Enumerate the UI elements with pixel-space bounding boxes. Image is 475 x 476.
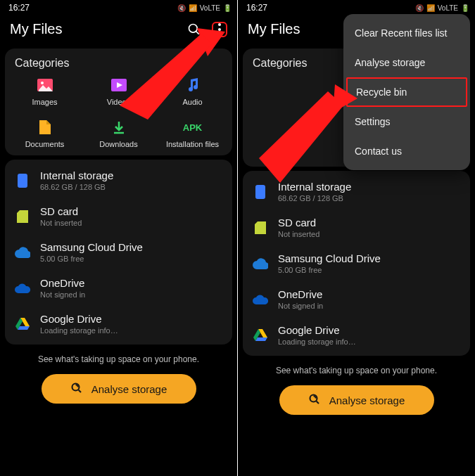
storage-samsung-cloud[interactable]: Samsung Cloud Drive5.00 GB free bbox=[5, 234, 232, 270]
storage-samsung-cloud[interactable]: Samsung Cloud Drive5.00 GB free bbox=[243, 245, 470, 281]
footer-tip: See what's taking up space on your phone… bbox=[0, 354, 237, 364]
apk-icon: APK bbox=[184, 119, 201, 136]
download-icon bbox=[110, 119, 127, 136]
category-apk[interactable]: APK Installation files bbox=[156, 119, 229, 148]
storage-onedrive[interactable]: OneDriveNot signed in bbox=[243, 281, 470, 317]
category-audio[interactable]: Audio bbox=[156, 77, 229, 106]
status-icons: 🔇📶VoLTE🔋 bbox=[415, 4, 469, 12]
svg-line-1 bbox=[196, 31, 199, 34]
category-videos[interactable]: Videos bbox=[82, 77, 156, 106]
phone-icon bbox=[15, 173, 30, 188]
search-button[interactable] bbox=[186, 22, 202, 37]
status-bar: 16:27 🔇📶VoLTE🔋 bbox=[238, 0, 475, 15]
storage-internal[interactable]: Internal storage68.62 GB / 128 GB bbox=[243, 174, 470, 210]
document-icon bbox=[37, 119, 53, 136]
video-icon bbox=[110, 77, 127, 94]
app-header: My Files bbox=[0, 15, 237, 44]
categories-title: Categories bbox=[8, 57, 229, 77]
onedrive-icon bbox=[15, 281, 30, 296]
svg-point-0 bbox=[189, 24, 198, 32]
category-images[interactable]: Images bbox=[8, 77, 82, 106]
category-downloads[interactable]: Downloads bbox=[82, 119, 156, 148]
storage-sdcard[interactable]: SD cardNot inserted bbox=[5, 198, 232, 234]
page-title: My Files bbox=[10, 21, 186, 37]
footer-tip: See what's taking up space on your phone… bbox=[238, 366, 475, 375]
storage-card: Internal storage68.62 GB / 128 GB SD car… bbox=[243, 171, 470, 356]
storage-google-drive[interactable]: Google DriveLoading storage info… bbox=[5, 306, 232, 342]
menu-contact-us[interactable]: Contact us bbox=[343, 136, 470, 166]
overflow-menu: Clear Recent files list Analyse storage … bbox=[343, 14, 470, 170]
menu-recycle-bin[interactable]: Recycle bin bbox=[346, 77, 467, 107]
phone-icon bbox=[253, 184, 268, 200]
svg-point-4 bbox=[218, 33, 221, 36]
svg-point-3 bbox=[218, 28, 221, 31]
svg-rect-8 bbox=[18, 174, 27, 188]
category-documents[interactable]: Documents bbox=[8, 119, 82, 148]
samsung-cloud-icon bbox=[253, 256, 268, 271]
storage-card: Internal storage68.62 GB / 128 GB SD car… bbox=[5, 160, 232, 345]
menu-settings[interactable]: Settings bbox=[343, 107, 470, 136]
menu-clear-recent[interactable]: Clear Recent files list bbox=[343, 18, 470, 48]
status-bar: 16:27 🔇📶VoLTE🔋 bbox=[0, 0, 237, 15]
analyse-icon bbox=[70, 382, 84, 396]
samsung-cloud-icon bbox=[15, 245, 30, 260]
storage-sdcard[interactable]: SD cardNot inserted bbox=[243, 210, 470, 245]
svg-line-15 bbox=[316, 401, 318, 404]
menu-analyse-storage[interactable]: Analyse storage bbox=[343, 48, 470, 77]
status-icons: 🔇📶VoLTE🔋 bbox=[177, 4, 232, 12]
sdcard-icon bbox=[253, 220, 268, 236]
storage-google-drive[interactable]: Google DriveLoading storage info… bbox=[243, 317, 470, 353]
svg-point-2 bbox=[218, 23, 221, 26]
svg-line-10 bbox=[78, 390, 80, 392]
clock: 16:27 bbox=[243, 3, 415, 13]
more-button[interactable] bbox=[212, 22, 227, 37]
phone-right: 16:27 🔇📶VoLTE🔋 My Files Categories Inter… bbox=[238, 0, 475, 476]
analyse-storage-button[interactable]: Analyse storage bbox=[42, 374, 196, 404]
storage-onedrive[interactable]: OneDriveNot signed in bbox=[5, 270, 232, 306]
storage-internal[interactable]: Internal storage68.62 GB / 128 GB bbox=[5, 162, 232, 198]
sdcard-icon bbox=[15, 209, 30, 224]
onedrive-icon bbox=[253, 292, 268, 307]
audio-icon bbox=[184, 77, 201, 94]
image-icon bbox=[37, 77, 53, 94]
categories-card: Categories Images Videos Audio Documents bbox=[5, 49, 232, 155]
svg-point-6 bbox=[41, 82, 44, 84]
svg-rect-13 bbox=[255, 185, 265, 199]
google-drive-icon bbox=[15, 316, 30, 332]
analyse-storage-button[interactable]: Analyse storage bbox=[279, 385, 434, 415]
google-drive-icon bbox=[253, 328, 268, 343]
clock: 16:27 bbox=[6, 3, 177, 13]
phone-left: 16:27 🔇📶VoLTE🔋 My Files Categories bbox=[0, 0, 237, 476]
analyse-icon bbox=[308, 393, 322, 407]
